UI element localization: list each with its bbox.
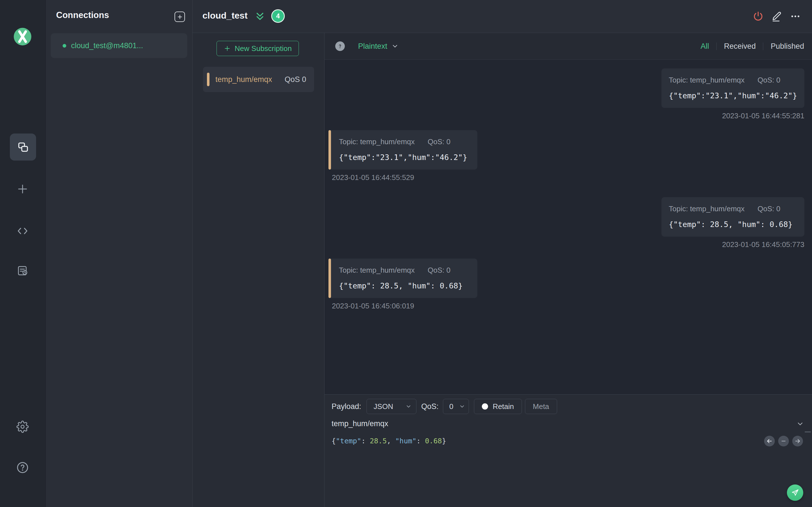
sidebar-item-script[interactable] <box>10 218 36 244</box>
history-clear-button[interactable] <box>778 436 789 446</box>
code-icon <box>16 224 29 237</box>
message-bubble[interactable]: Topic: temp_hum/emqx QoS: 0 {"temp": 28.… <box>661 197 804 237</box>
disconnect-button[interactable] <box>752 10 764 22</box>
editor-token: } <box>442 437 446 445</box>
more-options-button[interactable] <box>790 10 801 22</box>
chevron-down-icon[interactable] <box>796 420 804 428</box>
plus-icon <box>223 45 231 52</box>
editor-scroll-handle <box>805 432 811 432</box>
payload-format-value: Plaintext <box>358 42 388 51</box>
message-meta: Topic: temp_hum/emqx QoS: 0 <box>339 137 470 146</box>
sidebar-item-help[interactable] <box>10 455 36 481</box>
qos-value: 0 <box>449 402 453 411</box>
subscription-topic: temp_hum/emqx <box>215 75 272 84</box>
mqttx-app: Connections cloud_test@m4801... cloud_te… <box>0 0 812 507</box>
message-meta: Topic: temp_hum/emqx QoS: 0 <box>669 76 797 84</box>
sidebar-item-log[interactable] <box>10 258 36 284</box>
filter-published[interactable]: Published <box>770 42 804 51</box>
connections-panel: Connections cloud_test@m4801... <box>46 0 193 507</box>
publish-panel: Payload: JSON QoS: 0 <box>324 394 812 507</box>
mqttx-logo-icon <box>13 27 32 46</box>
sidebar-item-connections[interactable] <box>10 133 36 161</box>
editor-token: , <box>387 437 395 445</box>
message-topic: Topic: temp_hum/emqx <box>339 137 415 146</box>
editor-token: 0.68 <box>425 437 442 445</box>
filter-all[interactable]: All <box>701 42 709 51</box>
message-qos: QoS: 0 <box>758 205 780 213</box>
filter-divider <box>763 43 763 50</box>
message-filters: All Received Published <box>701 42 804 51</box>
send-icon <box>791 489 799 497</box>
meta-button[interactable]: Meta <box>525 399 557 414</box>
editor-token: "hum" <box>395 437 416 445</box>
collapse-subscriptions-icon[interactable] <box>255 11 265 22</box>
gear-icon <box>16 420 29 433</box>
publish-options-row: Payload: JSON QoS: 0 <box>332 399 557 414</box>
activity-sidebar <box>0 0 46 507</box>
messages-list: Topic: temp_hum/emqx QoS: 0 {"temp":"23.… <box>324 60 812 394</box>
subscription-qos: QoS 0 <box>285 75 306 84</box>
subscription-count-badge: 4 <box>271 9 285 23</box>
subscriptions-panel: New Subscription temp_hum/emqx QoS 0 <box>193 33 324 507</box>
plus-icon <box>16 182 29 196</box>
message-meta: Topic: temp_hum/emqx QoS: 0 <box>339 266 470 275</box>
filter-received[interactable]: Received <box>724 42 756 51</box>
editor-token: : <box>361 437 370 445</box>
message-bubble[interactable]: Topic: temp_hum/emqx QoS: 0 {"temp":"23.… <box>328 130 477 170</box>
edit-connection-button[interactable] <box>771 10 783 22</box>
connection-list-item[interactable]: cloud_test@m4801... <box>51 33 187 58</box>
payload-type-select[interactable]: JSON <box>366 399 416 414</box>
message-topic: Topic: temp_hum/emqx <box>669 205 745 213</box>
message-bubble[interactable]: Topic: temp_hum/emqx QoS: 0 {"temp": 28.… <box>328 259 477 298</box>
connection-title: cloud_test <box>202 10 248 21</box>
message-toolbar: Plaintext All Received Published <box>324 33 812 60</box>
message-qos: QoS: 0 <box>758 76 780 84</box>
message-payload: {"temp":"23.1","hum":"46.2"} <box>669 91 797 100</box>
message-topic: Topic: temp_hum/emqx <box>669 76 745 84</box>
history-next-button[interactable] <box>792 436 803 446</box>
connections-title: Connections <box>56 10 109 20</box>
payload-format-dropdown[interactable]: Plaintext <box>358 42 399 51</box>
subscription-color-bar <box>207 73 209 86</box>
qos-label: QoS: <box>421 402 439 411</box>
payload-editor[interactable]: {"temp": 28.5, "hum": 0.68} <box>332 437 446 445</box>
message-meta: Topic: temp_hum/emqx QoS: 0 <box>669 205 797 213</box>
send-button[interactable] <box>787 485 803 501</box>
payload-label: Payload: <box>332 402 361 411</box>
subscription-list-item[interactable]: temp_hum/emqx QoS 0 <box>203 67 314 92</box>
add-connection-button[interactable] <box>174 11 185 22</box>
retain-indicator-dot <box>482 403 488 409</box>
chevron-down-icon <box>459 403 465 409</box>
message-timestamp: 2023-01-05 16:45:05:773 <box>661 240 804 249</box>
editor-token: : <box>416 437 425 445</box>
qos-select[interactable]: 0 <box>443 399 469 414</box>
header-actions <box>752 10 801 22</box>
connection-status-dot <box>63 44 66 48</box>
log-icon <box>16 265 29 277</box>
retain-toggle[interactable]: Retain <box>474 399 522 414</box>
message-bubble[interactable]: Topic: temp_hum/emqx QoS: 0 {"temp":"23.… <box>661 68 804 108</box>
connections-icon <box>17 140 30 154</box>
history-prev-button[interactable] <box>764 436 775 446</box>
message-timestamp: 2023-01-05 16:45:06:019 <box>332 302 477 311</box>
message-payload: {"temp": 28.5, "hum": 0.68} <box>339 281 470 290</box>
help-icon <box>16 461 29 474</box>
connection-header: cloud_test 4 <box>193 0 812 33</box>
sidebar-item-new-connection[interactable] <box>10 176 36 202</box>
new-subscription-label: New Subscription <box>235 44 292 53</box>
new-subscription-button[interactable]: New Subscription <box>216 41 299 56</box>
message-payload: {"temp":"23.1","hum":"46.2"} <box>339 153 470 162</box>
message-qos: QoS: 0 <box>428 266 451 275</box>
message-payload: {"temp": 28.5, "hum": 0.68} <box>669 220 797 229</box>
payload-help-icon[interactable] <box>335 41 345 51</box>
publish-topic-input[interactable]: temp_hum/emqx <box>332 419 388 428</box>
message-received: Topic: temp_hum/emqx QoS: 0 {"temp": 28.… <box>328 259 477 311</box>
sidebar-item-settings[interactable] <box>10 414 36 440</box>
message-received: Topic: temp_hum/emqx QoS: 0 {"temp":"23.… <box>328 130 477 182</box>
plus-icon <box>177 14 183 20</box>
publish-topic-row[interactable]: temp_hum/emqx <box>332 419 804 428</box>
message-timestamp: 2023-01-05 16:44:55:529 <box>332 173 477 182</box>
editor-token: { <box>332 437 336 445</box>
message-timestamp: 2023-01-05 16:44:55:281 <box>661 112 804 120</box>
chevron-down-icon <box>405 403 412 409</box>
